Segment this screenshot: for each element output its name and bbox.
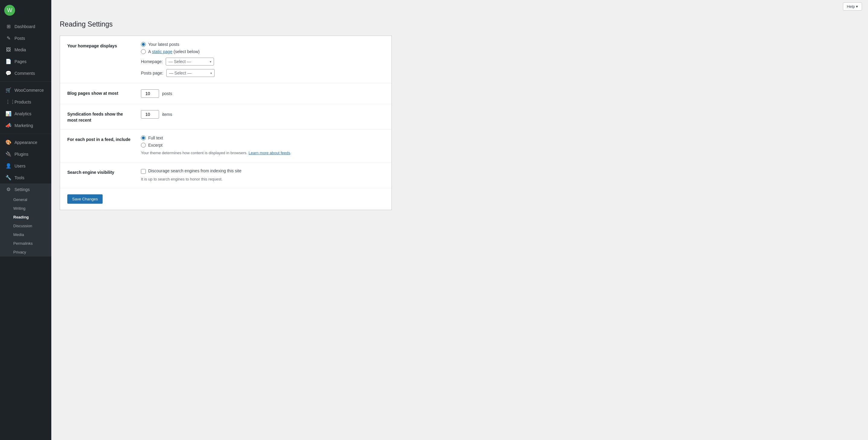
sidebar-item-marketing[interactable]: 📣 Marketing bbox=[0, 120, 51, 131]
sidebar-logo: W bbox=[0, 0, 51, 21]
sidebar-item-posts[interactable]: ✎ Posts bbox=[0, 32, 51, 44]
media-icon: 🖼 bbox=[5, 47, 11, 53]
search-engine-control: Discourage search engines from indexing … bbox=[141, 168, 384, 182]
main-content: Help ▾ Reading Settings Your homepage di… bbox=[51, 0, 868, 440]
blog-pages-label: Blog pages show at most bbox=[67, 89, 134, 97]
chevron-down-icon-2: ▾ bbox=[210, 71, 212, 75]
radio-full-text[interactable]: Full text bbox=[141, 135, 384, 140]
homepage-radio-group: Your latest posts A static page (select … bbox=[141, 42, 384, 54]
users-icon: 👤 bbox=[5, 163, 11, 169]
sidebar-item-label: Appearance bbox=[14, 140, 37, 145]
posts-page-select-label: Posts page: bbox=[141, 71, 163, 75]
blog-pages-row: Blog pages show at most posts bbox=[60, 83, 392, 104]
sidebar-item-media[interactable]: 🖼 Media bbox=[0, 44, 51, 56]
homepage-select[interactable]: — Select — ▾ bbox=[166, 58, 214, 65]
submenu-general[interactable]: General bbox=[0, 195, 51, 204]
feed-include-control: Full text Excerpt Your theme determines … bbox=[141, 135, 384, 156]
select-group: Homepage: — Select — ▾ Posts page: — Sel… bbox=[141, 58, 384, 77]
content-area: Reading Settings Your homepage displays … bbox=[51, 13, 868, 440]
sidebar-item-appearance[interactable]: 🎨 Appearance bbox=[0, 136, 51, 148]
syndication-feeds-control: items bbox=[141, 110, 384, 119]
sidebar-item-label: Tools bbox=[14, 175, 25, 180]
sidebar-item-products[interactable]: ⋮⋮ Products bbox=[0, 96, 51, 108]
save-changes-row: Save Changes bbox=[60, 188, 392, 210]
sidebar-item-label: Users bbox=[14, 163, 26, 168]
radio-latest-posts[interactable]: Your latest posts bbox=[141, 42, 384, 47]
radio-static-page-label: A static page (select below) bbox=[148, 49, 199, 54]
sidebar-item-label: Plugins bbox=[14, 152, 28, 157]
radio-full-text-input[interactable] bbox=[141, 135, 146, 140]
search-engine-checkbox-label: Discourage search engines from indexing … bbox=[148, 168, 242, 173]
sidebar-item-settings[interactable]: ⚙ Settings bbox=[0, 184, 51, 195]
syndication-feeds-row: Syndication feeds show the most recent i… bbox=[60, 104, 392, 129]
search-engine-checkbox-option[interactable]: Discourage search engines from indexing … bbox=[141, 168, 384, 174]
submenu-permalinks[interactable]: Permalinks bbox=[0, 239, 51, 248]
blog-pages-control: posts bbox=[141, 89, 384, 98]
static-page-link[interactable]: static page bbox=[152, 49, 172, 54]
analytics-icon: 📊 bbox=[5, 111, 11, 117]
homepage-displays-control: Your latest posts A static page (select … bbox=[141, 42, 384, 77]
radio-excerpt[interactable]: Excerpt bbox=[141, 143, 384, 148]
submenu-reading[interactable]: Reading bbox=[0, 213, 51, 221]
syndication-number-row: items bbox=[141, 110, 384, 119]
sidebar-item-comments[interactable]: 💬 Comments bbox=[0, 67, 51, 79]
settings-form: Your homepage displays Your latest posts… bbox=[60, 36, 392, 210]
tools-icon: 🔧 bbox=[5, 175, 11, 181]
radio-excerpt-label: Excerpt bbox=[148, 143, 162, 148]
wordpress-logo-icon: W bbox=[4, 5, 15, 16]
radio-full-text-label: Full text bbox=[148, 135, 163, 140]
feed-help-text: Your theme determines how content is dis… bbox=[141, 150, 384, 156]
sidebar-item-label: Products bbox=[14, 100, 31, 104]
syndication-feeds-label: Syndication feeds show the most recent bbox=[67, 110, 134, 123]
learn-more-feeds-link[interactable]: Learn more about feeds bbox=[249, 151, 290, 155]
topbar: Help ▾ bbox=[51, 0, 868, 13]
posts-page-select[interactable]: — Select — ▾ bbox=[166, 69, 215, 77]
sidebar-item-pages[interactable]: 📄 Pages bbox=[0, 56, 51, 67]
blog-pages-number-row: posts bbox=[141, 89, 384, 98]
submenu-privacy[interactable]: Privacy bbox=[0, 248, 51, 256]
sidebar-item-label: WooCommerce bbox=[14, 88, 44, 93]
sidebar-item-label: Media bbox=[14, 48, 26, 52]
products-icon: ⋮⋮ bbox=[5, 99, 11, 105]
radio-static-page[interactable]: A static page (select below) bbox=[141, 49, 384, 54]
submenu-discussion[interactable]: Discussion bbox=[0, 221, 51, 230]
blog-pages-suffix: posts bbox=[162, 91, 172, 96]
save-changes-button[interactable]: Save Changes bbox=[67, 194, 103, 204]
woocommerce-icon: 🛒 bbox=[5, 87, 11, 93]
sidebar-item-analytics[interactable]: 📊 Analytics bbox=[0, 108, 51, 120]
sidebar-item-label: Dashboard bbox=[14, 24, 35, 29]
sidebar-divider-2 bbox=[0, 134, 51, 134]
radio-static-page-input[interactable] bbox=[141, 49, 146, 54]
sidebar-divider bbox=[0, 82, 51, 82]
homepage-displays-row: Your homepage displays Your latest posts… bbox=[60, 36, 392, 83]
search-engine-checkbox[interactable] bbox=[141, 169, 146, 174]
sidebar-item-label: Pages bbox=[14, 59, 27, 64]
homepage-select-label: Homepage: bbox=[141, 59, 163, 64]
settings-icon: ⚙ bbox=[5, 187, 11, 192]
blog-pages-input[interactable] bbox=[141, 89, 159, 98]
sidebar-item-tools[interactable]: 🔧 Tools bbox=[0, 172, 51, 184]
sidebar-item-users[interactable]: 👤 Users bbox=[0, 160, 51, 172]
posts-page-select-row: Posts page: — Select — ▾ bbox=[141, 69, 384, 77]
radio-latest-posts-input[interactable] bbox=[141, 42, 146, 47]
chevron-down-icon: ▾ bbox=[210, 60, 211, 63]
homepage-select-row: Homepage: — Select — ▾ bbox=[141, 58, 384, 65]
sidebar-item-label: Marketing bbox=[14, 123, 33, 128]
submenu-media[interactable]: Media bbox=[0, 230, 51, 239]
sidebar-item-plugins[interactable]: 🔌 Plugins bbox=[0, 148, 51, 160]
sidebar: W ⊞ Dashboard ✎ Posts 🖼 Media 📄 Pages 💬 … bbox=[0, 0, 51, 440]
sidebar-item-dashboard[interactable]: ⊞ Dashboard bbox=[0, 21, 51, 32]
help-button[interactable]: Help ▾ bbox=[843, 2, 862, 10]
submenu-writing[interactable]: Writing bbox=[0, 204, 51, 213]
search-engine-label: Search engine visibility bbox=[67, 168, 134, 176]
radio-excerpt-input[interactable] bbox=[141, 143, 146, 148]
search-engine-help-text: It is up to search engines to honor this… bbox=[141, 176, 384, 182]
syndication-feeds-input[interactable] bbox=[141, 110, 159, 119]
sidebar-item-woocommerce[interactable]: 🛒 WooCommerce bbox=[0, 84, 51, 96]
pages-icon: 📄 bbox=[5, 59, 11, 64]
comments-icon: 💬 bbox=[5, 70, 11, 76]
feed-include-label: For each post in a feed, include bbox=[67, 135, 134, 143]
sidebar-item-label: Posts bbox=[14, 36, 25, 41]
page-title: Reading Settings bbox=[60, 20, 860, 28]
sidebar-item-label: Comments bbox=[14, 71, 35, 76]
